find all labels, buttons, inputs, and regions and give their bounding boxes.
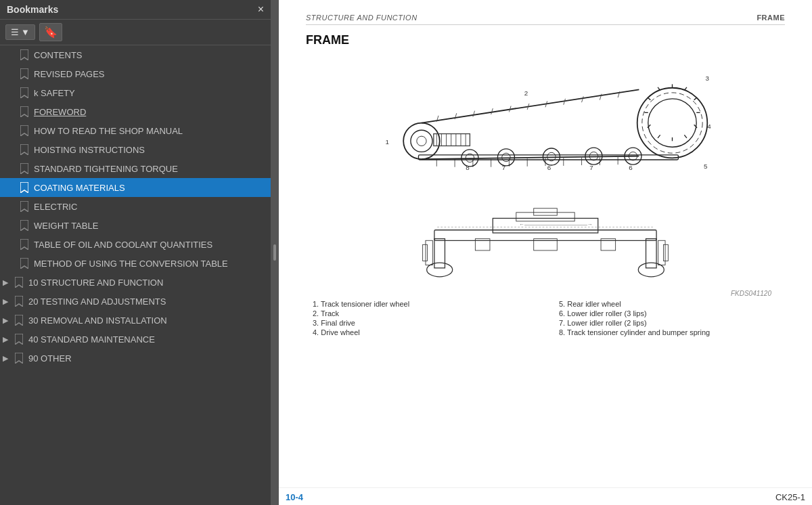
svg-text:←————————————→: ←————————————→ — [519, 221, 593, 227]
svg-marker-5 — [20, 144, 28, 155]
svg-line-32 — [491, 108, 493, 114]
svg-point-19 — [642, 93, 702, 153]
drag-handle-indicator — [273, 244, 276, 261]
expand-arrow-icon: ▶ — [3, 278, 14, 287]
svg-marker-4 — [20, 125, 28, 136]
bookmark-ribbon-icon — [14, 315, 24, 326]
sidebar-item-label: TABLE OF OIL AND COOLANT QUANTITIES — [34, 240, 265, 250]
sidebar-item-electric[interactable]: ELECTRIC — [0, 197, 271, 216]
sidebar-item-label: WEIGHT TABLE — [34, 221, 265, 231]
svg-line-27 — [422, 89, 639, 123]
legend-item-7: 7. Lower idler roller (2 lips) — [559, 319, 778, 327]
svg-marker-3 — [20, 106, 28, 117]
bookmark-list: CONTENTS REVISED PAGES k SAFETY FOREWORD — [0, 45, 271, 505]
page-footer: 10-4 CK25-1 — [279, 487, 812, 505]
sidebar-item-foreword[interactable]: FOREWORD — [0, 102, 271, 121]
bookmark-ribbon-icon — [19, 49, 30, 60]
svg-marker-11 — [20, 258, 28, 269]
svg-marker-8 — [20, 201, 28, 212]
svg-marker-12 — [15, 277, 23, 288]
sidebar-item-label: HOW TO READ THE SHOP MANUAL — [34, 126, 265, 136]
track-side-diagram: 3 4 5 1 — [376, 58, 715, 194]
sidebar-item-label: 90 OTHER — [28, 353, 265, 364]
bookmark-ribbon-icon — [14, 296, 24, 307]
svg-line-31 — [473, 111, 475, 117]
expand-all-button[interactable]: ☰ ▼ — [5, 24, 35, 40]
bookmark-ribbon-icon — [19, 144, 30, 155]
expand-arrow-icon: ▶ — [3, 354, 14, 363]
list-icon: ☰ — [11, 27, 19, 37]
sidebar-item-other[interactable]: ▶ 90 OTHER — [0, 349, 271, 368]
svg-marker-14 — [15, 315, 23, 326]
sidebar-item-label: REVISED PAGES — [34, 69, 265, 79]
bookmark-view-button[interactable]: 🔖 — [39, 23, 62, 41]
dropdown-arrow-icon: ▼ — [21, 27, 30, 37]
sidebar-item-testing[interactable]: ▶ 20 TESTING AND ADJUSTMENTS — [0, 292, 271, 311]
header-section-label: STRUCTURE AND FUNCTION — [306, 14, 418, 22]
sidebar-item-coating-materials[interactable]: COATING MATERIALS — [0, 178, 271, 197]
svg-rect-81 — [646, 239, 657, 268]
sidebar-item-safety[interactable]: k SAFETY — [0, 83, 271, 102]
svg-text:2: 2 — [524, 89, 528, 97]
svg-rect-87 — [534, 208, 558, 215]
sidebar-item-label: 10 STRUCTURE AND FUNCTION — [28, 278, 265, 288]
sidebar-item-hoisting[interactable]: HOISTING INSTRUCTIONS — [0, 140, 271, 159]
svg-text:5: 5 — [704, 162, 708, 170]
svg-rect-79 — [426, 240, 432, 265]
svg-marker-16 — [15, 353, 23, 364]
sidebar-item-label: k SAFETY — [34, 88, 265, 98]
expand-arrow-icon: ▶ — [3, 297, 14, 306]
sidebar-item-contents[interactable]: CONTENTS — [0, 45, 271, 64]
svg-line-28 — [422, 156, 639, 159]
sidebar-item-weight-table[interactable]: WEIGHT TABLE — [0, 216, 271, 235]
svg-text:4: 4 — [707, 123, 711, 130]
close-button[interactable]: × — [258, 4, 264, 15]
svg-point-24 — [411, 130, 432, 152]
svg-line-37 — [582, 96, 584, 102]
sidebar-item-conversion-table[interactable]: METHOD OF USING THE CONVERSION TABLE — [0, 254, 271, 273]
svg-marker-7 — [20, 182, 28, 193]
panel-resize-handle[interactable] — [271, 0, 279, 505]
svg-rect-80 — [423, 244, 428, 261]
bookmark-ribbon-icon — [19, 125, 30, 136]
sidebar-item-how-to-read[interactable]: HOW TO READ THE SHOP MANUAL — [0, 121, 271, 140]
undercarriage-front-diagram: ←————————————→ — [417, 204, 674, 279]
sidebar-item-removal[interactable]: ▶ 30 REMOVAL AND INSTALLATION — [0, 311, 271, 330]
page-content-area: STRUCTURE AND FUNCTION FRAME FRAME — [279, 0, 812, 487]
legend-item-4: 4. Drive wheel — [313, 328, 532, 336]
sidebar-panel: Bookmarks × ☰ ▼ 🔖 CONTENTS REVISED PAGES — [0, 0, 271, 505]
svg-marker-2 — [20, 87, 28, 98]
bookmark-ribbon-icon — [19, 106, 30, 117]
svg-marker-10 — [20, 239, 28, 250]
sidebar-item-revised-pages[interactable]: REVISED PAGES — [0, 64, 271, 83]
svg-text:6: 6 — [629, 164, 633, 171]
main-content-panel: STRUCTURE AND FUNCTION FRAME FRAME — [279, 0, 812, 505]
expand-arrow-icon: ▶ — [3, 335, 14, 344]
bookmark-ribbon-icon — [19, 220, 30, 231]
bookmark-ribbon-icon — [14, 334, 24, 345]
legend-item-6: 6. Lower idler roller (3 lips) — [559, 309, 778, 317]
svg-point-23 — [403, 123, 440, 160]
svg-text:7: 7 — [502, 164, 505, 171]
svg-point-25 — [417, 136, 426, 146]
legend-item-5: 5. Rear idler wheel — [559, 300, 778, 308]
bookmark-ribbon-icon — [19, 258, 30, 269]
svg-rect-86 — [516, 213, 574, 221]
sidebar-item-maintenance[interactable]: ▶ 40 STANDARD MAINTENANCE — [0, 330, 271, 349]
sidebar-item-std-torque[interactable]: STANDARD TIGHTENING TORQUE — [0, 159, 271, 178]
svg-marker-1 — [20, 68, 28, 79]
svg-line-30 — [455, 113, 457, 119]
sidebar-item-structure[interactable]: ▶ 10 STRUCTURE AND FUNCTION — [0, 273, 271, 292]
sidebar-item-label: 30 REMOVAL AND INSTALLATION — [28, 315, 265, 326]
page-number: 10-4 — [286, 492, 303, 502]
diagram-legend: 1. Track tensioner idler wheel 2. Track … — [306, 300, 785, 338]
sidebar-item-oil-coolant[interactable]: TABLE OF OIL AND COOLANT QUANTITIES — [0, 235, 271, 254]
bookmark-ribbon-icon — [19, 163, 30, 174]
svg-text:1: 1 — [385, 138, 388, 146]
bookmark-ribbon-icon — [19, 87, 30, 98]
page-header: STRUCTURE AND FUNCTION FRAME — [306, 14, 785, 25]
legend-item-3: 3. Final drive — [313, 319, 532, 327]
svg-marker-13 — [15, 296, 23, 307]
svg-rect-84 — [663, 244, 668, 261]
legend-right-column: 5. Rear idler wheel 6. Lower idler rolle… — [559, 300, 778, 338]
